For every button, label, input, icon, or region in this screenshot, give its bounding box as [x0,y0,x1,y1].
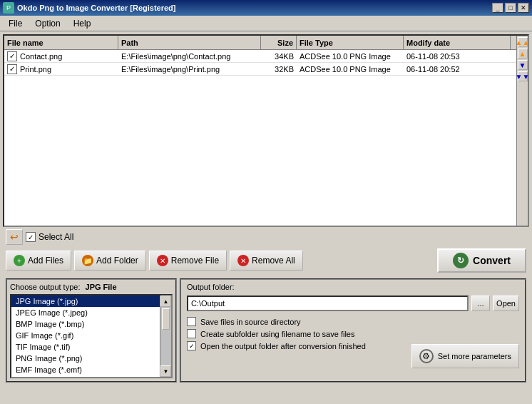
select-all-area: Select All [26,232,73,242]
back-arrow-button[interactable]: ↩ [6,229,23,245]
list-item-3[interactable]: GIF Image (*.gif) [11,330,160,341]
row-checkbox-0[interactable] [7,51,17,61]
gear-icon: ⚙ [419,349,434,363]
remove-file-button[interactable]: ✕ Remove File [149,251,227,271]
select-all-bar: ↩ Select All [3,227,529,247]
set-more-params-button[interactable]: ⚙ Set more parameters [411,344,519,368]
add-folder-button[interactable]: 📁 Add Folder [74,251,146,271]
filetype-1: ACDSee 10.0 PNG Image [297,65,404,74]
add-files-button[interactable]: + Add Files [6,251,71,271]
moddate-0: 06-11-08 20:53 [404,52,511,61]
col-header-path[interactable]: Path [118,36,261,49]
remove-file-icon: ✕ [157,255,168,266]
menu-file[interactable]: File [3,17,28,30]
checkbox-open-after[interactable] [187,341,196,350]
checkbox-row-1: Create subfolder using filename to save … [187,329,519,338]
list-item-5[interactable]: PNG Image (*.png) [11,353,160,364]
table-row[interactable]: Print.png E:\Files\image\png\Print.png 3… [4,63,516,76]
folder-path-row: ... Open [187,296,519,311]
add-files-label: Add Files [28,256,63,266]
file-list-scrollbar: ▲▲ ▲ ▼ ▼▼ [516,36,528,226]
filename-0: Contact.png [20,52,62,61]
file-list-container: File name Path Size File Type Modify dat… [3,34,529,227]
output-type-current: JPG File [86,283,117,291]
main-window: File name Path Size File Type Modify dat… [0,31,532,388]
list-scroll-down-button[interactable]: ▼ [160,365,171,377]
folder-path-input[interactable] [187,296,469,311]
list-scroll-up-button[interactable]: ▲ [160,296,171,307]
output-type-label: Choose output type: JPG File [10,283,173,291]
list-item-4[interactable]: TIF Image (*.tif) [11,341,160,353]
filename-1: Print.png [20,65,51,74]
add-folder-label: Add Folder [96,256,138,266]
checkbox-subfolder-label: Create subfolder using filename to save … [200,330,354,338]
output-folder-panel: Output folder: ... Open Save files in so… [180,278,526,383]
action-buttons-row: + Add Files 📁 Add Folder ✕ Remove File ✕… [3,247,529,276]
menu-help[interactable]: Help [68,17,97,30]
scroll-up-button[interactable]: ▲ [518,49,528,59]
path-0: E:\Files\image\png\Contact.png [118,52,261,61]
file-list: File name Path Size File Type Modify dat… [4,36,516,226]
output-type-scrollbar: ▲ ▼ [160,296,171,377]
open-button[interactable]: Open [493,296,519,311]
select-all-label: Select All [39,232,73,242]
checkbox-save-source[interactable] [187,317,196,326]
browse-button[interactable]: ... [471,296,490,311]
col-header-moddate[interactable]: Modify date [404,36,511,49]
list-item-6[interactable]: EMF Image (*.emf) [11,364,160,375]
remove-all-button[interactable]: ✕ Remove All [230,251,303,271]
moddate-1: 06-11-08 20:52 [404,65,511,74]
app-icon: P [3,2,14,14]
list-item-1[interactable]: JPEG Image (*.jpeg) [11,307,160,318]
output-type-panel: Choose output type: JPG File JPG Image (… [6,278,177,383]
checkbox-row-0: Save files in source directory [187,317,519,326]
row-checkbox-1[interactable] [7,64,17,74]
remove-file-label: Remove File [171,256,219,266]
list-item-2[interactable]: BMP Image (*.bmp) [11,318,160,330]
menu-option[interactable]: Option [29,17,66,30]
checkbox-row-2: Open the output folder after conversion … [187,341,366,350]
window-title: Okdo Png to Image Converter [Registered] [17,4,175,12]
set-params-label: Set more parameters [438,352,511,360]
scroll-bottom-button[interactable]: ▼▼ [518,71,528,81]
close-button[interactable]: ✕ [518,3,529,13]
filetype-0: ACDSee 10.0 PNG Image [297,52,404,61]
col-header-filename[interactable]: File name [4,36,118,49]
size-1: 32KB [261,65,297,74]
remove-all-label: Remove All [252,256,295,266]
convert-button[interactable]: ↻ Convert [437,248,526,273]
list-scroll-track [160,307,171,365]
output-type-listbox-container: JPG Image (*.jpg) JPEG Image (*.jpeg) BM… [10,294,173,378]
add-files-icon: + [14,255,25,266]
minimize-button[interactable]: _ [492,3,503,13]
scroll-top-button[interactable]: ▲▲ [518,37,528,47]
add-folder-icon: 📁 [82,255,93,266]
list-item-0[interactable]: JPG Image (*.jpg) [11,296,160,307]
checkbox-open-after-label: Open the output folder after conversion … [200,342,366,350]
col-header-filetype[interactable]: File Type [297,36,404,49]
table-row[interactable]: Contact.png E:\Files\image\png\Contact.p… [4,50,516,63]
convert-icon: ↻ [453,253,469,268]
maximize-button[interactable]: □ [505,3,516,13]
output-type-listbox[interactable]: JPG Image (*.jpg) JPEG Image (*.jpeg) BM… [11,296,160,377]
output-folder-label: Output folder: [187,283,519,291]
size-0: 34KB [261,52,297,61]
list-scroll-thumb[interactable] [162,308,170,330]
checkbox-save-source-label: Save files in source directory [200,318,301,326]
col-header-size[interactable]: Size [261,36,297,49]
remove-all-icon: ✕ [237,255,249,266]
checkbox-subfolder[interactable] [187,329,196,338]
title-bar: P Okdo Png to Image Converter [Registere… [0,0,532,16]
file-list-header: File name Path Size File Type Modify dat… [4,36,516,50]
select-all-checkbox[interactable] [26,232,36,242]
menu-bar: File Option Help [0,16,532,31]
convert-label: Convert [473,255,511,266]
bottom-area: Choose output type: JPG File JPG Image (… [3,276,529,385]
scroll-down-button[interactable]: ▼ [518,60,528,70]
window-controls: _ □ ✕ [492,3,529,13]
path-1: E:\Files\image\png\Print.png [118,65,261,74]
